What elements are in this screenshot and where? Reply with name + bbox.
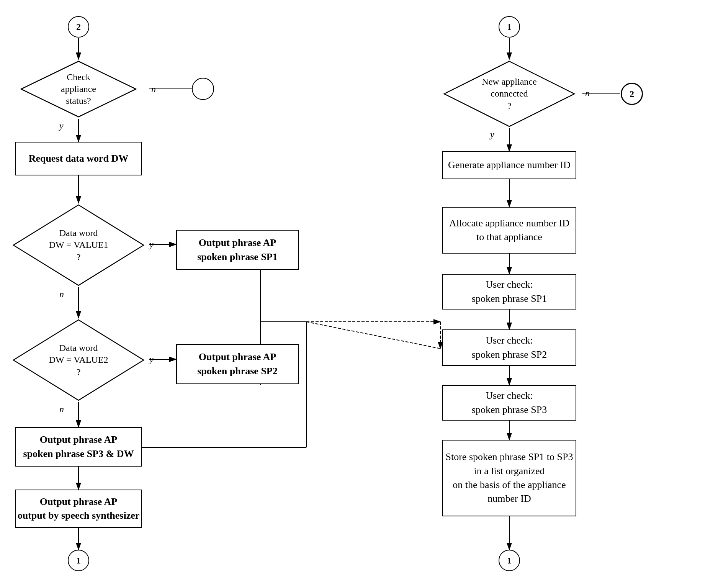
svg-point-4	[192, 78, 214, 100]
right-diamond1-n-label: n	[585, 88, 590, 98]
left-diamond2-text: Data word DW = VALUE1 ?	[49, 227, 108, 263]
right-bottom-connector: 1	[499, 550, 520, 571]
left-diamond1-text: Check appliance status?	[61, 71, 96, 107]
diagram-container: 2 Check appliance status? n y Request da…	[0, 0, 718, 588]
left-diamond3-n-label: n	[59, 404, 64, 414]
right-rect6: Store spoken phrase SP1 to SP3 in a list…	[442, 440, 576, 516]
left-bottom-connector: 1	[68, 550, 89, 571]
left-diamond1: Check appliance status?	[19, 59, 138, 119]
right-rect1: Generate appliance number ID	[442, 151, 576, 179]
left-diamond2-n-label: n	[59, 289, 64, 300]
right-rect4: User check: spoken phrase SP2	[442, 329, 576, 366]
right-rect2: Allocate appliance number ID to that app…	[442, 207, 576, 254]
left-rect5: Output phrase AP output by speech synthe…	[15, 490, 142, 528]
svg-line-28	[306, 322, 440, 349]
left-diamond1-n-label: n	[151, 84, 156, 95]
right-no-connector: 2	[621, 83, 643, 105]
right-diamond1-text: New appliance connected ?	[482, 76, 536, 112]
right-diamond1: New appliance connected ?	[442, 59, 576, 128]
left-diamond1-y-label: y	[59, 121, 64, 131]
left-diamond3-text: Data word DW = VALUE2 ?	[49, 342, 108, 378]
right-diamond1-y-label: y	[490, 129, 494, 140]
left-rect2: Output phrase AP spoken phrase SP1	[176, 230, 299, 270]
right-rect3: User check: spoken phrase SP1	[442, 274, 576, 310]
left-diamond3-y-label: y	[149, 354, 154, 365]
right-top-connector: 1	[499, 16, 520, 38]
left-diamond2: Data word DW = VALUE1 ?	[11, 203, 146, 287]
left-diamond2-y-label: y	[149, 239, 154, 250]
left-diamond3: Data word DW = VALUE2 ?	[11, 318, 146, 402]
left-rect3: Output phrase AP spoken phrase SP2	[176, 344, 299, 384]
right-rect5: User check: spoken phrase SP3	[442, 385, 576, 421]
left-rect1: Request data word DW	[15, 142, 142, 175]
left-top-connector: 2	[68, 16, 89, 38]
left-rect4: Output phrase AP spoken phrase SP3 & DW	[15, 427, 142, 467]
